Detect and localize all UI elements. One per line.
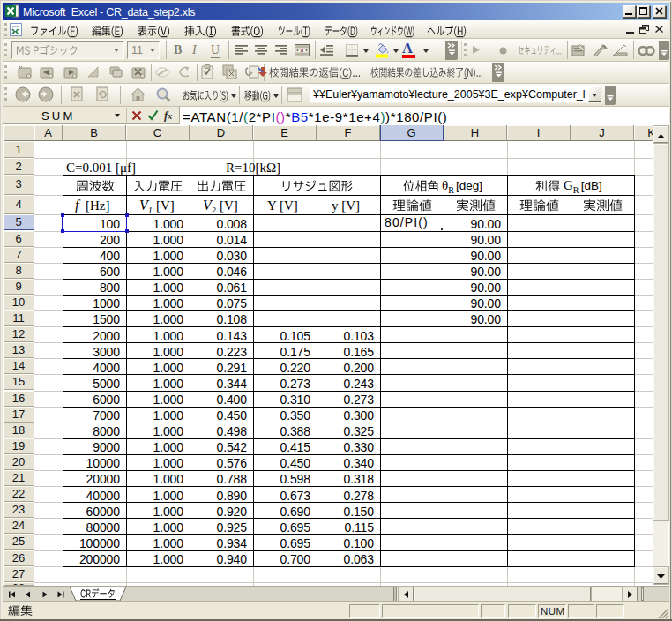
svg-text:a: a xyxy=(301,45,304,54)
